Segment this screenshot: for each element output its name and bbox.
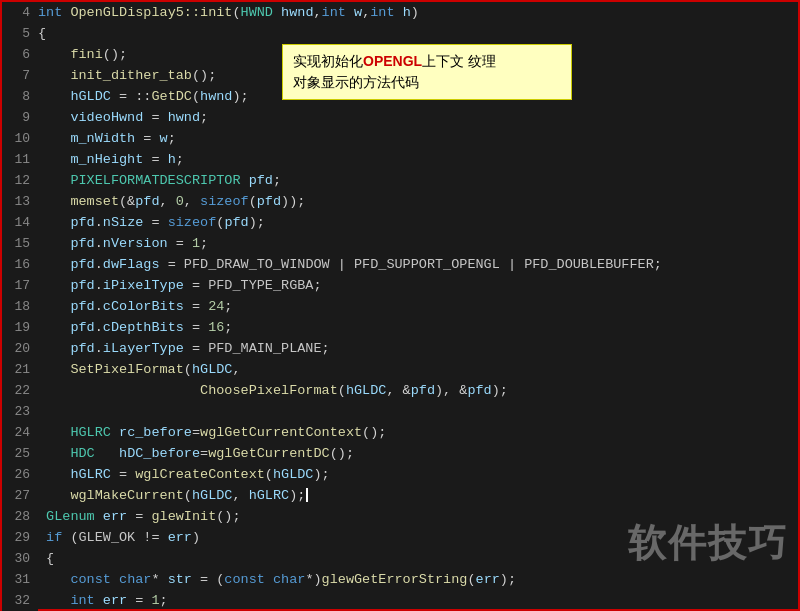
annotation-text-3: 对象显示的方法代码 xyxy=(293,74,419,90)
line-content: int err = 1; xyxy=(38,590,168,611)
line-number: 13 xyxy=(2,191,38,212)
code-line: 25 HDC hDC_before=wglGetCurrentDC(); xyxy=(2,443,798,464)
line-number: 31 xyxy=(2,569,38,590)
code-line: 31 const char* str = (const char*)glewGe… xyxy=(2,569,798,590)
line-number: 25 xyxy=(2,443,38,464)
code-line: 24 HGLRC rc_before=wglGetCurrentContext(… xyxy=(2,422,798,443)
line-content: PIXELFORMATDESCRIPTOR pfd; xyxy=(38,170,281,191)
code-line: 27 wglMakeCurrent(hGLDC, hGLRC); xyxy=(2,485,798,506)
line-content: pfd.nSize = sizeof(pfd); xyxy=(38,212,265,233)
code-line: 15 pfd.nVersion = 1; xyxy=(2,233,798,254)
line-content: videoHwnd = hwnd; xyxy=(38,107,208,128)
code-container: 4 int OpenGLDisplay5::init(HWND hwnd,int… xyxy=(0,0,800,611)
line-number: 8 xyxy=(2,86,38,107)
line-number: 4 xyxy=(2,2,38,23)
code-line: 26 hGLRC = wglCreateContext(hGLDC); xyxy=(2,464,798,485)
line-content: pfd.cColorBits = 24; xyxy=(38,296,232,317)
line-content: SetPixelFormat(hGLDC, xyxy=(38,359,241,380)
line-content: HGLRC rc_before=wglGetCurrentContext(); xyxy=(38,422,386,443)
line-content: pfd.dwFlags = PFD_DRAW_TO_WINDOW | PFD_S… xyxy=(38,254,662,275)
code-line: 12 PIXELFORMATDESCRIPTOR pfd; xyxy=(2,170,798,191)
code-line: 4 int OpenGLDisplay5::init(HWND hwnd,int… xyxy=(2,2,798,23)
code-line: 10 m_nWidth = w; xyxy=(2,128,798,149)
line-content: { xyxy=(38,548,54,569)
code-line: 9 videoHwnd = hwnd; xyxy=(2,107,798,128)
line-number: 9 xyxy=(2,107,38,128)
line-number: 27 xyxy=(2,485,38,506)
line-number: 10 xyxy=(2,128,38,149)
line-content: const char* str = (const char*)glewGetEr… xyxy=(38,569,516,590)
line-number: 7 xyxy=(2,65,38,86)
code-line: 19 pfd.cDepthBits = 16; xyxy=(2,317,798,338)
line-number: 6 xyxy=(2,44,38,65)
line-number: 14 xyxy=(2,212,38,233)
line-content: m_nHeight = h; xyxy=(38,149,184,170)
line-number: 21 xyxy=(2,359,38,380)
code-line: 5 { xyxy=(2,23,798,44)
line-number: 29 xyxy=(2,527,38,548)
line-number: 23 xyxy=(2,401,38,422)
watermark: 软件技巧 xyxy=(628,518,788,569)
line-content: memset(&pfd, 0, sizeof(pfd)); xyxy=(38,191,305,212)
line-content: ChoosePixelFormat(hGLDC, &pfd), &pfd); xyxy=(38,380,508,401)
line-number: 26 xyxy=(2,464,38,485)
line-content: pfd.iPixelType = PFD_TYPE_RGBA; xyxy=(38,275,322,296)
line-number: 12 xyxy=(2,170,38,191)
code-line: 11 m_nHeight = h; xyxy=(2,149,798,170)
line-number: 19 xyxy=(2,317,38,338)
code-line: 17 pfd.iPixelType = PFD_TYPE_RGBA; xyxy=(2,275,798,296)
line-number: 5 xyxy=(2,23,38,44)
line-content: hGLRC = wglCreateContext(hGLDC); xyxy=(38,464,330,485)
annotation-text-1: 实现初始化 xyxy=(293,53,363,69)
line-content: HDC hDC_before=wglGetCurrentDC(); xyxy=(38,443,354,464)
line-number: 11 xyxy=(2,149,38,170)
line-content xyxy=(38,401,46,422)
line-number: 16 xyxy=(2,254,38,275)
line-number: 22 xyxy=(2,380,38,401)
code-line: 23 xyxy=(2,401,798,422)
line-number: 20 xyxy=(2,338,38,359)
code-line: 32 int err = 1; xyxy=(2,590,798,611)
line-content: { xyxy=(38,23,46,44)
annotation-opengl: OPENGL xyxy=(363,53,422,69)
code-line: 20 pfd.iLayerType = PFD_MAIN_PLANE; xyxy=(2,338,798,359)
code-line: 16 pfd.dwFlags = PFD_DRAW_TO_WINDOW | PF… xyxy=(2,254,798,275)
code-line: 13 memset(&pfd, 0, sizeof(pfd)); xyxy=(2,191,798,212)
line-content: int OpenGLDisplay5::init(HWND hwnd,int w… xyxy=(38,2,419,23)
line-number: 32 xyxy=(2,590,38,611)
line-content: pfd.iLayerType = PFD_MAIN_PLANE; xyxy=(38,338,330,359)
line-content: fini(); xyxy=(38,44,127,65)
line-number: 24 xyxy=(2,422,38,443)
line-number: 15 xyxy=(2,233,38,254)
line-content: m_nWidth = w; xyxy=(38,128,176,149)
line-number: 30 xyxy=(2,548,38,569)
annotation-text-2: 上下文 纹理 xyxy=(422,53,496,69)
line-number: 18 xyxy=(2,296,38,317)
code-line: 21 SetPixelFormat(hGLDC, xyxy=(2,359,798,380)
line-content: hGLDC = ::GetDC(hwnd); xyxy=(38,86,249,107)
line-content: pfd.cDepthBits = 16; xyxy=(38,317,232,338)
line-content: if (GLEW_OK != err) xyxy=(38,527,200,548)
code-line: 22 ChoosePixelFormat(hGLDC, &pfd), &pfd)… xyxy=(2,380,798,401)
annotation-box: 实现初始化OPENGL上下文 纹理 对象显示的方法代码 xyxy=(282,44,572,100)
line-content: wglMakeCurrent(hGLDC, hGLRC); xyxy=(38,485,308,506)
code-line: 14 pfd.nSize = sizeof(pfd); xyxy=(2,212,798,233)
line-number: 17 xyxy=(2,275,38,296)
line-number: 28 xyxy=(2,506,38,527)
line-content: GLenum err = glewInit(); xyxy=(38,506,241,527)
code-line: 18 pfd.cColorBits = 24; xyxy=(2,296,798,317)
line-content: pfd.nVersion = 1; xyxy=(38,233,208,254)
line-content: init_dither_tab(); xyxy=(38,65,216,86)
